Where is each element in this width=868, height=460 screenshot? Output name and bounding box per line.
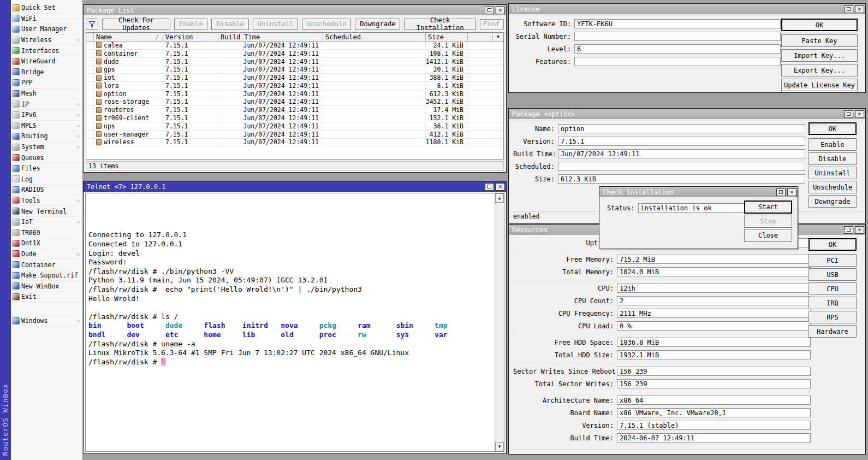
start-button[interactable]: Start <box>744 200 792 214</box>
downgrade-button[interactable]: Downgrade <box>808 195 857 208</box>
scheduled-field[interactable] <box>558 162 805 171</box>
close-icon[interactable]: × <box>496 7 505 14</box>
table-row[interactable]: rose-storage7.15.1Jun/07/2024 12:49:1134… <box>86 98 503 107</box>
total-hdd-size-field[interactable]: 1932.1 MiB <box>617 350 811 359</box>
sidebar-item-quick-set[interactable]: Quick Set <box>11 3 82 14</box>
sidebar-item-dude[interactable]: Dude▷ <box>11 249 82 260</box>
table-row[interactable]: routeros7.15.1Jun/07/2024 12:49:1117.4 M… <box>86 106 503 114</box>
maximize-icon[interactable] <box>485 7 494 14</box>
package-list-titlebar[interactable]: Package List × <box>84 5 506 15</box>
column-header-name[interactable]: Name/ <box>94 33 163 41</box>
ok-button[interactable]: OK <box>808 122 857 135</box>
maximize-icon[interactable] <box>485 183 494 191</box>
check-for-updates-button[interactable]: Check For Updates <box>102 19 170 30</box>
enable-button[interactable]: Enable <box>174 19 207 30</box>
unschedule-button[interactable]: Unschedule <box>808 181 857 193</box>
column-state[interactable] <box>86 33 94 41</box>
software-id-field[interactable]: YFTK-EK6U <box>574 19 781 28</box>
serial-number-field[interactable] <box>574 32 781 41</box>
sidebar-item-tools[interactable]: Tools▷ <box>11 196 82 207</box>
build-time-field[interactable]: 2024-06-07 12:49:11 <box>617 433 811 443</box>
find-input[interactable]: Find <box>480 19 504 30</box>
check-installation-titlebar[interactable]: Check Installation × <box>599 187 798 197</box>
scroll-up-icon[interactable]: ▲ <box>495 193 504 203</box>
enable-button[interactable]: Enable <box>808 138 857 151</box>
export-key-button[interactable]: Export Key... <box>781 64 858 76</box>
sidebar-item-interfaces[interactable]: Interfaces <box>11 45 82 56</box>
table-row[interactable]: lora7.15.1Jun/07/2024 12:49:118.1 KiB <box>86 82 503 90</box>
column-options-button[interactable]: ▼ <box>492 33 503 41</box>
table-row[interactable]: option7.15.1Jun/07/2024 12:49:11612.3 Ki… <box>86 90 503 98</box>
import-key-button[interactable]: Import Key... <box>781 49 858 62</box>
cpu-button[interactable]: CPU <box>808 282 857 295</box>
sidebar-item-ip[interactable]: IP▷ <box>11 99 82 110</box>
hardware-button[interactable]: Hardware <box>808 325 857 338</box>
unschedule-button[interactable]: Unschedule <box>302 19 351 30</box>
sidebar-item-system[interactable]: System▷ <box>11 142 82 153</box>
sidebar-item-ipv6[interactable]: IPv6▷ <box>11 110 82 121</box>
column-header-size[interactable]: Size <box>426 33 468 41</box>
board-name-field[interactable]: x86 VMware, Inc. VMware20,1 <box>617 408 811 417</box>
maximize-icon[interactable] <box>844 110 853 118</box>
sidebar-item-mpls[interactable]: MPLS▷ <box>11 121 82 132</box>
features-field[interactable] <box>574 57 781 66</box>
status-field[interactable]: installation is ok <box>638 203 745 213</box>
sidebar-item-queues[interactable]: Queues <box>11 152 82 163</box>
build-time-field[interactable]: Jun/07/2024 12:49:11 <box>558 149 805 158</box>
sidebar-item-new-terminal[interactable]: New Terminal <box>11 206 82 217</box>
filter-button[interactable] <box>86 19 98 30</box>
cpu-frequency-field[interactable]: 2111 MHz <box>617 309 811 318</box>
sidebar-item-iot[interactable]: IoT▷ <box>11 217 82 228</box>
sidebar-item-wireless[interactable]: Wireless▷ <box>11 35 82 46</box>
telnet-titlebar[interactable]: Telnet <7> 127.0.0.1 × <box>84 181 506 192</box>
update-license-key-button[interactable]: Update License Key <box>781 79 858 91</box>
table-row[interactable]: ups7.15.1Jun/07/2024 12:49:1136.1 KiB <box>86 122 503 131</box>
sidebar-item-radius[interactable]: RADIUS <box>11 185 82 196</box>
cpu-load-field[interactable]: 0 % <box>617 321 811 331</box>
version-field[interactable]: 7.15.1 (stable) <box>617 421 811 430</box>
sidebar-item-tr069[interactable]: TR069 <box>11 227 82 238</box>
irq-button[interactable]: IRQ <box>808 297 857 309</box>
column-header-scheduled[interactable]: Scheduled <box>323 33 426 41</box>
downgrade-button[interactable]: Downgrade <box>355 19 400 30</box>
table-row[interactable]: wireless7.15.1Jun/07/2024 12:49:111180.1… <box>86 139 503 147</box>
table-row[interactable]: calea7.15.1Jun/07/2024 12:49:1124.1 KiB <box>86 42 503 50</box>
paste-key-button[interactable]: Paste Key <box>781 34 858 47</box>
sidebar-item-dot1x[interactable]: Dot1X <box>11 238 82 249</box>
usb-button[interactable]: USB <box>808 268 857 281</box>
close-button[interactable]: Close <box>744 229 792 242</box>
disable-button[interactable]: Disable <box>211 19 249 30</box>
sidebar-item-wireguard[interactable]: WireGuard <box>11 56 82 67</box>
maximize-icon[interactable] <box>844 226 853 234</box>
sidebar-item-make-supout-rif[interactable]: Make Supout.rif <box>11 270 82 281</box>
terminal-scrollbar[interactable]: ▲ ▼ <box>495 193 504 451</box>
level-field[interactable]: 6 <box>574 44 781 54</box>
sidebar-item-wifi[interactable]: WiFi <box>11 14 82 25</box>
table-row[interactable]: gps7.15.1Jun/07/2024 12:49:1120.1 KiB <box>86 66 503 74</box>
table-row[interactable]: container7.15.1Jun/07/2024 12:49:11108.1… <box>86 50 503 58</box>
table-row[interactable]: tr069-client7.15.1Jun/07/2024 12:49:1115… <box>86 114 503 122</box>
architecture-name-field[interactable]: x86_64 <box>617 396 811 405</box>
uninstall-button[interactable]: Uninstall <box>253 19 298 30</box>
sidebar-item-files[interactable]: Files <box>11 163 82 174</box>
version-field[interactable]: 7.15.1 <box>558 137 805 146</box>
close-icon[interactable]: × <box>787 188 796 196</box>
sidebar-item-ppp[interactable]: PPP <box>11 78 82 89</box>
column-header-version[interactable]: Version <box>163 33 218 41</box>
close-icon[interactable]: × <box>496 183 505 191</box>
total-memory-field[interactable]: 1024.0 MiB <box>617 267 811 276</box>
scroll-down-icon[interactable]: ▼ <box>495 442 504 451</box>
free-hdd-space-field[interactable]: 1836.8 MiB <box>617 338 811 347</box>
sidebar-item-exit[interactable]: Exit <box>11 292 82 303</box>
maximize-icon[interactable] <box>844 5 853 13</box>
ok-button[interactable]: OK <box>781 19 858 31</box>
table-row[interactable]: user-manager7.15.1Jun/07/2024 12:49:1141… <box>86 131 503 139</box>
disable-button[interactable]: Disable <box>808 152 857 165</box>
stop-button[interactable]: Stop <box>744 215 792 228</box>
name-field[interactable]: option <box>558 124 805 133</box>
rps-button[interactable]: RPS <box>808 311 857 323</box>
sidebar-item-container[interactable]: Container <box>11 260 82 270</box>
maximize-icon[interactable] <box>776 188 786 196</box>
sidebar-item-new-winbox[interactable]: New WinBox <box>11 281 82 292</box>
close-icon[interactable]: × <box>855 110 864 118</box>
